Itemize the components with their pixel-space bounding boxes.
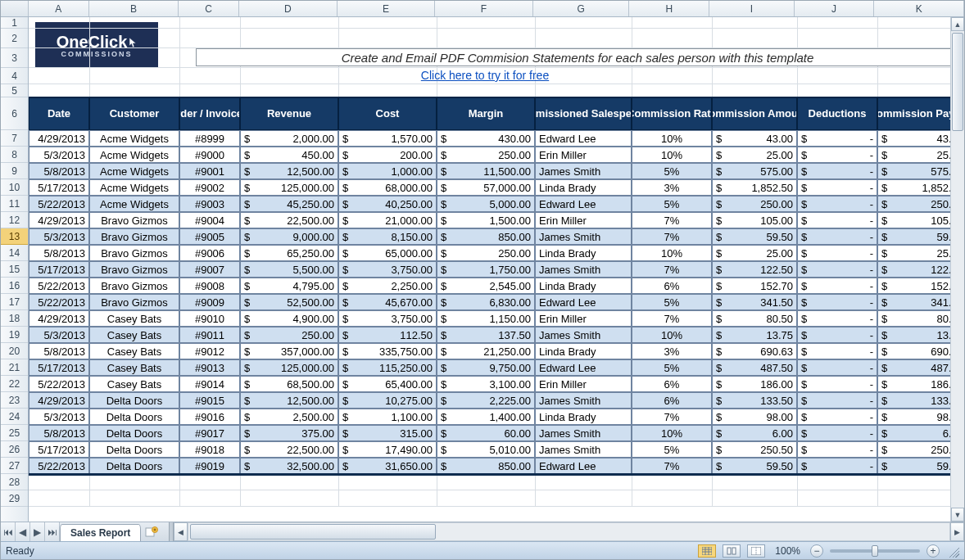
table-cell[interactable]: Bravo Gizmos (89, 228, 179, 245)
table-cell[interactable]: Casey Bats (89, 343, 179, 359)
table-cell[interactable]: 5/3/2013 (29, 228, 89, 245)
tab-nav-prev[interactable]: ◀ (16, 522, 30, 541)
table-cell[interactable]: $6,830.00 (437, 294, 535, 310)
table-header-3[interactable]: Revenue (240, 97, 338, 130)
table-cell[interactable]: $315.00 (338, 425, 437, 441)
table-cell[interactable]: $13.75 (712, 327, 797, 343)
table-cell[interactable]: $2,000.00 (240, 130, 338, 147)
table-cell[interactable]: $1,150.00 (437, 310, 535, 327)
table-cell[interactable]: Casey Bats (89, 359, 179, 376)
table-cell[interactable]: #9014 (179, 376, 240, 392)
table-cell[interactable]: Acme Widgets (89, 196, 179, 212)
table-cell[interactable]: $1,000.00 (338, 163, 437, 179)
table-cell[interactable]: $430.00 (437, 130, 535, 147)
table-cell[interactable]: 6% (632, 376, 712, 392)
table-cell[interactable]: 5/17/2013 (29, 179, 89, 196)
table-cell[interactable]: Bravo Gizmos (89, 245, 179, 261)
table-cell[interactable]: $3,750.00 (338, 261, 437, 278)
table-cell[interactable]: $1,570.00 (338, 130, 437, 147)
table-cell[interactable]: $250.50 (877, 441, 950, 458)
table-cell[interactable]: 5/17/2013 (29, 359, 89, 376)
table-cell[interactable]: 5/17/2013 (29, 261, 89, 278)
table-cell[interactable]: $31,650.00 (338, 458, 437, 474)
table-cell[interactable]: James Smith (535, 261, 632, 278)
table-cell[interactable]: $45,670.00 (338, 294, 437, 310)
table-cell[interactable]: $22,500.00 (240, 212, 338, 228)
table-cell[interactable]: $2,500.00 (240, 409, 338, 425)
table-header-8[interactable]: Commission Amount (712, 97, 797, 130)
table-cell[interactable]: $487.50 (712, 359, 797, 376)
row-header-22[interactable]: 22 (1, 376, 28, 392)
table-cell[interactable]: $- (797, 228, 877, 245)
row-header-8[interactable]: 8 (1, 147, 28, 163)
table-cell[interactable]: $21,250.00 (437, 343, 535, 359)
table-cell[interactable]: James Smith (535, 441, 632, 458)
table-cell[interactable]: $125,000.00 (240, 359, 338, 376)
table-header-6[interactable]: Commissioned Salesperson (535, 97, 632, 130)
table-cell[interactable]: Linda Brady (535, 245, 632, 261)
table-cell[interactable]: $850.00 (437, 228, 535, 245)
table-cell[interactable]: $25.00 (877, 245, 950, 261)
table-cell[interactable]: $9,000.00 (240, 228, 338, 245)
row-header-1[interactable]: 1 (1, 17, 28, 29)
table-cell[interactable]: 5/3/2013 (29, 147, 89, 163)
table-cell[interactable]: $4,900.00 (240, 310, 338, 327)
table-cell[interactable]: $45,250.00 (240, 196, 338, 212)
table-cell[interactable]: $25.00 (877, 147, 950, 163)
zoom-in-button[interactable]: + (926, 544, 940, 558)
table-cell[interactable]: #9007 (179, 261, 240, 278)
table-cell[interactable]: #9000 (179, 147, 240, 163)
table-cell[interactable]: $- (797, 327, 877, 343)
row-header-23[interactable]: 23 (1, 392, 28, 409)
table-cell[interactable]: $59.50 (877, 228, 950, 245)
row-header-26[interactable]: 26 (1, 441, 28, 458)
table-cell[interactable]: Delta Doors (89, 392, 179, 409)
table-cell[interactable]: $59.50 (712, 458, 797, 474)
table-header-1[interactable]: Customer (89, 97, 179, 130)
table-cell[interactable]: $487.50 (877, 359, 950, 376)
table-cell[interactable]: $575.00 (712, 163, 797, 179)
table-cell[interactable]: Casey Bats (89, 310, 179, 327)
hscroll-track[interactable] (188, 522, 950, 541)
table-cell[interactable]: #9006 (179, 245, 240, 261)
table-cell[interactable]: $341.50 (877, 294, 950, 310)
table-cell[interactable]: James Smith (535, 392, 632, 409)
table-cell[interactable]: 4/29/2013 (29, 310, 89, 327)
table-cell[interactable]: 5% (632, 196, 712, 212)
row-header-24[interactable]: 24 (1, 409, 28, 425)
table-cell[interactable]: $133.50 (877, 392, 950, 409)
row-header-6[interactable]: 6 (1, 97, 28, 130)
table-cell[interactable]: #9002 (179, 179, 240, 196)
row-header-15[interactable]: 15 (1, 261, 28, 278)
table-cell[interactable]: #9018 (179, 441, 240, 458)
table-cell[interactable]: 4/29/2013 (29, 212, 89, 228)
table-cell[interactable]: $40,250.00 (338, 196, 437, 212)
table-cell[interactable]: Linda Brady (535, 179, 632, 196)
table-cell[interactable]: $850.00 (437, 458, 535, 474)
table-cell[interactable]: 7% (632, 310, 712, 327)
scroll-left-button[interactable]: ◀ (174, 522, 188, 541)
table-cell[interactable]: $- (797, 343, 877, 359)
table-cell[interactable]: $152.70 (712, 278, 797, 294)
table-cell[interactable]: 5% (632, 294, 712, 310)
table-cell[interactable]: $68,000.00 (338, 179, 437, 196)
zoom-slider-knob[interactable] (872, 545, 878, 557)
table-cell[interactable]: $80.50 (877, 310, 950, 327)
table-cell[interactable]: #9019 (179, 458, 240, 474)
table-cell[interactable]: #9017 (179, 425, 240, 441)
table-cell[interactable]: $1,750.00 (437, 261, 535, 278)
hscroll-thumb[interactable] (190, 524, 436, 540)
table-cell[interactable]: James Smith (535, 163, 632, 179)
table-cell[interactable]: $52,500.00 (240, 294, 338, 310)
table-cell[interactable]: $357,000.00 (240, 343, 338, 359)
table-cell[interactable]: Edward Lee (535, 458, 632, 474)
table-header-5[interactable]: Margin (437, 97, 535, 130)
tab-nav-last[interactable]: ⏭ (45, 522, 60, 541)
view-normal-button[interactable] (698, 544, 716, 558)
table-cell[interactable]: $12,500.00 (240, 163, 338, 179)
table-cell[interactable]: 5/22/2013 (29, 376, 89, 392)
vscroll-track[interactable] (951, 31, 964, 508)
table-cell[interactable]: $- (797, 147, 877, 163)
table-cell[interactable]: $22,500.00 (240, 441, 338, 458)
row-header-27[interactable]: 27 (1, 458, 28, 474)
